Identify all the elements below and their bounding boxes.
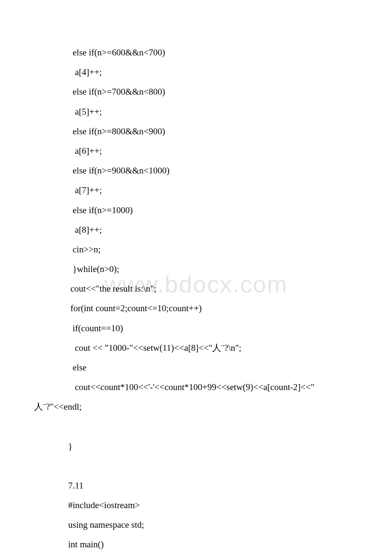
- code-line: using namespace std;: [68, 515, 358, 535]
- code-line: else if(n>=700&&n<800): [68, 82, 358, 101]
- code-line: for(int count=2;count<=10;count++): [68, 298, 358, 318]
- code-line: cout << "1000-"<<setw(11)<<a[8]<<"人¨?\n"…: [68, 338, 358, 358]
- blank-line: [68, 456, 358, 476]
- code-line: 人¨?"<<endl;: [34, 397, 358, 416]
- code-line: else if(n>=600&&n<700): [68, 43, 358, 62]
- blank-line: [68, 417, 358, 436]
- code-line: else if(n>=800&&n<900): [68, 121, 358, 141]
- code-line: else: [68, 358, 358, 377]
- code-line: }while(n>0);: [68, 259, 358, 279]
- code-line: cout<<"the result is:\n";: [68, 279, 358, 298]
- code-line: else if(n>=900&&n<1000): [68, 161, 358, 180]
- code-line: cin>>n;: [68, 240, 358, 259]
- code-line: if(count==10): [68, 318, 358, 338]
- code-line: cout<<count*100<<'-'<<count*100+99<<setw…: [68, 377, 358, 397]
- code-line: #include<iostream>: [68, 495, 358, 515]
- code-line: else if(n>=1000): [68, 200, 358, 220]
- section-number: 7.11: [68, 476, 358, 495]
- code-line: a[7]++;: [68, 180, 358, 200]
- code-line: a[8]++;: [68, 220, 358, 240]
- code-line: }: [68, 436, 358, 456]
- code-line: a[6]++;: [68, 141, 358, 161]
- code-line: a[4]++;: [68, 62, 358, 82]
- code-line: int main(): [68, 535, 358, 554]
- code-line: a[5]++;: [68, 102, 358, 121]
